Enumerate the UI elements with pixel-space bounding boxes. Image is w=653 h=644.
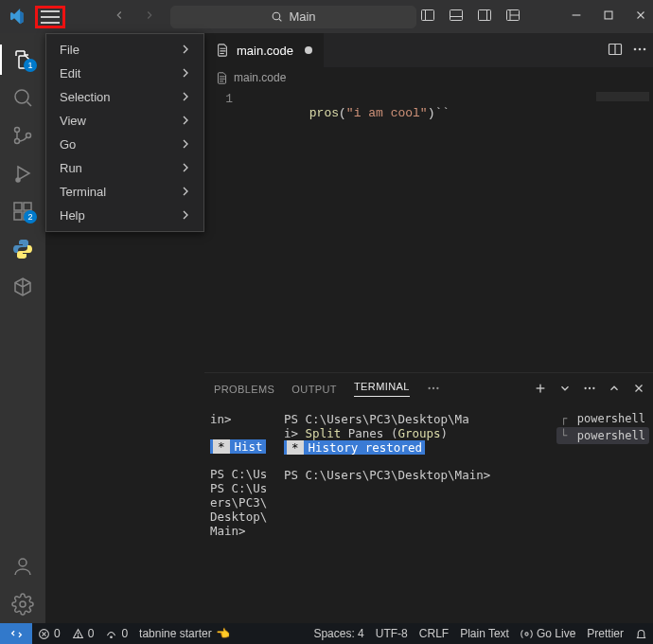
app-menu-dropdown: File Edit Selection View Go Run Terminal… — [45, 33, 204, 232]
status-eol[interactable]: CRLF — [414, 627, 454, 640]
menu-item-edit[interactable]: Edit — [46, 62, 203, 85]
svg-point-50 — [111, 635, 113, 637]
menu-item-terminal[interactable]: Terminal — [46, 180, 203, 204]
svg-point-49 — [78, 635, 79, 636]
tab-more-icon[interactable] — [632, 42, 647, 60]
svg-point-51 — [525, 632, 528, 635]
split-editor-icon[interactable] — [608, 42, 623, 60]
svg-point-33 — [428, 386, 430, 388]
hamburger-menu-button[interactable] — [41, 10, 60, 24]
command-center-search[interactable]: Main — [170, 6, 416, 28]
window-close-icon[interactable] — [634, 9, 647, 25]
menu-item-go[interactable]: Go — [46, 133, 203, 156]
menu-item-help[interactable]: Help — [46, 204, 203, 227]
svg-point-31 — [639, 47, 642, 50]
activity-python-icon[interactable] — [0, 230, 45, 268]
layout-sidebar-left-icon[interactable] — [420, 8, 435, 26]
activity-copilot-icon[interactable] — [0, 268, 45, 306]
panel: PROBLEMS OUTPUT TERMINAL in> *Hist PS C:… — [204, 372, 653, 623]
terminal-icon — [573, 413, 574, 424]
svg-point-34 — [432, 386, 434, 388]
status-bar: 0 0 0 tabnine starter 👈 Spaces: 4 UTF-8 … — [0, 623, 653, 644]
svg-marker-20 — [18, 167, 29, 180]
status-go-live[interactable]: Go Live — [515, 627, 581, 640]
minimap[interactable] — [596, 92, 649, 101]
breadcrumb-file: main.code — [234, 71, 286, 84]
svg-rect-22 — [14, 203, 22, 210]
activity-search[interactable] — [0, 79, 45, 116]
menu-item-file[interactable]: File — [46, 38, 203, 62]
chevron-right-icon — [181, 114, 190, 128]
svg-point-26 — [19, 559, 26, 566]
activity-bar: 1 2 — [0, 33, 45, 623]
activity-settings[interactable] — [0, 585, 45, 623]
svg-point-17 — [15, 128, 20, 133]
editor-tab-bar: main.code — [204, 33, 653, 67]
status-language[interactable]: Plain Text — [454, 627, 515, 640]
svg-point-15 — [15, 90, 28, 103]
tab-dirty-indicator-icon — [305, 46, 312, 54]
status-warnings[interactable]: 0 — [66, 627, 100, 640]
activity-run-debug[interactable] — [0, 154, 45, 192]
svg-point-32 — [644, 47, 646, 50]
chevron-right-icon — [181, 90, 190, 104]
panel-maximize-icon[interactable] — [608, 382, 621, 397]
terminal-icon — [573, 430, 574, 441]
svg-rect-23 — [24, 203, 31, 210]
activity-accounts[interactable] — [0, 547, 45, 585]
line-number: 1 — [204, 92, 246, 106]
hamburger-highlight — [35, 6, 65, 28]
terminal-more-icon[interactable] — [583, 382, 596, 397]
status-spaces[interactable]: Spaces: 4 — [308, 627, 369, 640]
terminal-pane-1[interactable]: in> *Hist PS C:\Us PS C:\Us PS C:\Us ers… — [204, 404, 278, 623]
svg-rect-24 — [14, 212, 22, 220]
svg-point-39 — [589, 386, 591, 388]
status-notifications-icon[interactable] — [629, 627, 653, 640]
terminal-new-icon[interactable] — [534, 382, 547, 397]
menu-item-view[interactable]: View — [46, 109, 203, 133]
window-minimize-icon[interactable] — [570, 9, 583, 25]
status-ports[interactable]: 0 — [99, 627, 133, 640]
editor-tab-maincode[interactable]: main.code — [204, 33, 325, 67]
title-bar: Main — [0, 0, 653, 33]
breadcrumb[interactable]: main.code — [204, 67, 653, 88]
terminal-pane-2[interactable]: PS C:\Users\PC3\Desktop\Ma i> Split Pane… — [278, 404, 553, 623]
panel-close-icon[interactable] — [632, 382, 645, 397]
terminal-dropdown-icon[interactable] — [558, 382, 572, 397]
menu-item-selection[interactable]: Selection — [46, 85, 203, 109]
menu-item-run[interactable]: Run — [46, 156, 203, 180]
terminal-list-item[interactable]: └ powershell — [556, 427, 649, 444]
svg-point-18 — [15, 139, 20, 144]
panel-tab-terminal[interactable]: TERMINAL — [354, 381, 410, 397]
activity-source-control[interactable] — [0, 116, 45, 154]
status-prettier[interactable]: Prettier — [581, 627, 629, 640]
nav-forward-icon[interactable] — [143, 9, 156, 25]
broadcast-icon — [521, 628, 533, 640]
extensions-badge: 2 — [24, 210, 37, 224]
status-encoding[interactable]: UTF-8 — [370, 627, 414, 640]
panel-tab-output[interactable]: OUTPUT — [291, 384, 337, 395]
status-tabnine[interactable]: tabnine starter 👈 — [133, 627, 236, 640]
chevron-right-icon — [181, 161, 190, 175]
explorer-badge: 1 — [24, 59, 37, 72]
chevron-right-icon — [181, 208, 190, 223]
editor-area: main.code main.code 1 pros("i am cool")`… — [204, 33, 653, 623]
status-remote[interactable] — [0, 623, 32, 644]
terminal-sidebar: ┌ powershell └ powershell — [553, 404, 653, 623]
terminal-list-item[interactable]: ┌ powershell — [556, 410, 649, 427]
activity-extensions[interactable]: 2 — [0, 192, 45, 230]
layout-panel-icon[interactable] — [449, 8, 464, 26]
vscode-logo-icon — [0, 0, 33, 33]
svg-point-0 — [274, 12, 281, 20]
activity-explorer[interactable]: 1 — [0, 41, 45, 79]
window-maximize-icon[interactable] — [602, 9, 615, 25]
search-icon — [271, 10, 283, 23]
layout-sidebar-right-icon[interactable] — [477, 8, 492, 26]
status-errors[interactable]: 0 — [32, 627, 66, 640]
nav-back-icon[interactable] — [113, 9, 126, 25]
panel-tab-problems[interactable]: PROBLEMS — [214, 384, 274, 395]
layout-customize-icon[interactable] — [505, 8, 521, 26]
svg-rect-6 — [479, 10, 491, 21]
panel-tab-more-icon[interactable] — [427, 382, 440, 397]
code-editor[interactable]: 1 pros("i am cool")`` — [204, 88, 653, 372]
